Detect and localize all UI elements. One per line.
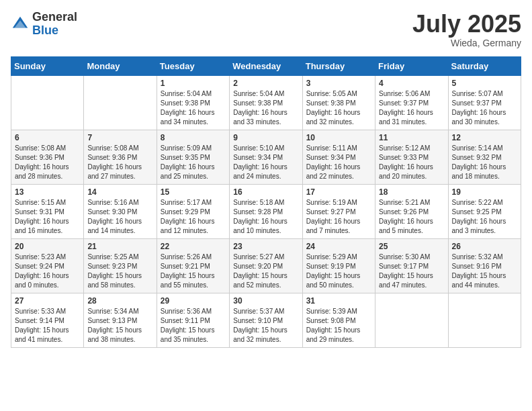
day-info: Sunrise: 5:04 AM Sunset: 9:38 PM Dayligh… — [161, 89, 226, 127]
logo-blue-text: Blue — [32, 24, 58, 37]
day-info: Sunrise: 5:29 AM Sunset: 9:19 PM Dayligh… — [306, 253, 371, 290]
calendar-cell: 3Sunrise: 5:05 AM Sunset: 9:38 PM Daylig… — [302, 75, 375, 130]
day-number: 28 — [87, 296, 152, 306]
calendar-week-row: 13Sunrise: 5:15 AM Sunset: 9:31 PM Dayli… — [11, 184, 521, 238]
calendar-cell: 28Sunrise: 5:34 AM Sunset: 9:13 PM Dayli… — [84, 293, 157, 347]
calendar-day-header: Monday — [84, 56, 157, 75]
day-number: 9 — [233, 133, 298, 142]
day-number: 4 — [379, 79, 444, 88]
calendar-cell: 5Sunrise: 5:07 AM Sunset: 9:37 PM Daylig… — [448, 75, 521, 130]
calendar-cell: 1Sunrise: 5:04 AM Sunset: 9:38 PM Daylig… — [157, 75, 229, 130]
day-info: Sunrise: 5:34 AM Sunset: 9:13 PM Dayligh… — [87, 307, 152, 345]
day-number: 15 — [161, 187, 226, 197]
day-number: 1 — [161, 79, 226, 88]
day-info: Sunrise: 5:30 AM Sunset: 9:17 PM Dayligh… — [379, 253, 444, 290]
calendar-cell: 24Sunrise: 5:29 AM Sunset: 9:19 PM Dayli… — [302, 238, 375, 293]
calendar-cell: 31Sunrise: 5:39 AM Sunset: 9:08 PM Dayli… — [302, 293, 375, 347]
day-info: Sunrise: 5:07 AM Sunset: 9:37 PM Dayligh… — [452, 89, 517, 127]
calendar-cell: 10Sunrise: 5:11 AM Sunset: 9:34 PM Dayli… — [302, 130, 375, 184]
calendar-cell: 21Sunrise: 5:25 AM Sunset: 9:23 PM Dayli… — [84, 238, 157, 293]
day-info: Sunrise: 5:15 AM Sunset: 9:31 PM Dayligh… — [15, 198, 80, 236]
calendar-cell: 8Sunrise: 5:09 AM Sunset: 9:35 PM Daylig… — [157, 130, 229, 184]
day-number: 14 — [87, 187, 152, 197]
calendar-cell: 7Sunrise: 5:08 AM Sunset: 9:36 PM Daylig… — [84, 130, 157, 184]
day-number: 17 — [306, 187, 371, 197]
calendar-day-header: Thursday — [302, 56, 375, 75]
day-number: 8 — [161, 133, 226, 142]
day-number: 30 — [233, 296, 298, 306]
calendar-cell: 30Sunrise: 5:37 AM Sunset: 9:10 PM Dayli… — [230, 293, 302, 347]
day-info: Sunrise: 5:09 AM Sunset: 9:35 PM Dayligh… — [161, 144, 226, 181]
calendar-cell — [11, 75, 84, 130]
month-title: July 2025 — [412, 11, 521, 38]
day-info: Sunrise: 5:26 AM Sunset: 9:21 PM Dayligh… — [161, 253, 226, 290]
calendar-cell: 15Sunrise: 5:17 AM Sunset: 9:29 PM Dayli… — [157, 184, 229, 238]
day-number: 20 — [15, 242, 80, 251]
calendar-day-header: Wednesday — [230, 56, 302, 75]
day-info: Sunrise: 5:22 AM Sunset: 9:25 PM Dayligh… — [452, 198, 517, 236]
calendar-week-row: 20Sunrise: 5:23 AM Sunset: 9:24 PM Dayli… — [11, 238, 521, 293]
day-info: Sunrise: 5:18 AM Sunset: 9:28 PM Dayligh… — [233, 198, 298, 236]
logo-icon — [11, 15, 30, 34]
day-number: 31 — [306, 296, 371, 306]
calendar-cell: 9Sunrise: 5:10 AM Sunset: 9:34 PM Daylig… — [230, 130, 302, 184]
day-number: 19 — [452, 187, 517, 197]
calendar-day-header: Sunday — [11, 56, 84, 75]
day-number: 18 — [379, 187, 444, 197]
day-number: 2 — [233, 79, 298, 88]
day-info: Sunrise: 5:10 AM Sunset: 9:34 PM Dayligh… — [233, 144, 298, 181]
day-info: Sunrise: 5:08 AM Sunset: 9:36 PM Dayligh… — [15, 144, 80, 181]
day-info: Sunrise: 5:33 AM Sunset: 9:14 PM Dayligh… — [15, 307, 80, 345]
calendar-day-header: Friday — [375, 56, 448, 75]
calendar-cell: 18Sunrise: 5:21 AM Sunset: 9:26 PM Dayli… — [375, 184, 448, 238]
day-number: 12 — [452, 133, 517, 142]
calendar-cell: 25Sunrise: 5:30 AM Sunset: 9:17 PM Dayli… — [375, 238, 448, 293]
calendar-cell — [375, 293, 448, 347]
calendar-cell: 29Sunrise: 5:36 AM Sunset: 9:11 PM Dayli… — [157, 293, 229, 347]
day-number: 27 — [15, 296, 80, 306]
day-info: Sunrise: 5:37 AM Sunset: 9:10 PM Dayligh… — [233, 307, 298, 345]
day-info: Sunrise: 5:04 AM Sunset: 9:38 PM Dayligh… — [233, 89, 298, 127]
calendar-cell: 27Sunrise: 5:33 AM Sunset: 9:14 PM Dayli… — [11, 293, 84, 347]
day-info: Sunrise: 5:11 AM Sunset: 9:34 PM Dayligh… — [306, 144, 371, 181]
calendar-cell: 6Sunrise: 5:08 AM Sunset: 9:36 PM Daylig… — [11, 130, 84, 184]
day-number: 13 — [15, 187, 80, 197]
day-number: 3 — [306, 79, 371, 88]
day-number: 7 — [87, 133, 152, 142]
day-number: 23 — [233, 242, 298, 251]
calendar-cell: 2Sunrise: 5:04 AM Sunset: 9:38 PM Daylig… — [230, 75, 302, 130]
calendar-cell — [84, 75, 157, 130]
logo-general-text: General — [32, 10, 77, 24]
calendar-day-header: Saturday — [448, 56, 521, 75]
day-info: Sunrise: 5:25 AM Sunset: 9:23 PM Dayligh… — [87, 253, 152, 290]
day-number: 16 — [233, 187, 298, 197]
calendar-day-header: Tuesday — [157, 56, 229, 75]
calendar-cell: 17Sunrise: 5:19 AM Sunset: 9:27 PM Dayli… — [302, 184, 375, 238]
calendar-week-row: 1Sunrise: 5:04 AM Sunset: 9:38 PM Daylig… — [11, 75, 521, 130]
calendar-cell: 22Sunrise: 5:26 AM Sunset: 9:21 PM Dayli… — [157, 238, 229, 293]
day-info: Sunrise: 5:12 AM Sunset: 9:33 PM Dayligh… — [379, 144, 444, 181]
day-info: Sunrise: 5:08 AM Sunset: 9:36 PM Dayligh… — [87, 144, 152, 181]
location: Wieda, Germany — [412, 38, 521, 48]
day-info: Sunrise: 5:21 AM Sunset: 9:26 PM Dayligh… — [379, 198, 444, 236]
calendar-week-row: 27Sunrise: 5:33 AM Sunset: 9:14 PM Dayli… — [11, 293, 521, 347]
day-number: 25 — [379, 242, 444, 251]
calendar-cell: 19Sunrise: 5:22 AM Sunset: 9:25 PM Dayli… — [448, 184, 521, 238]
day-info: Sunrise: 5:17 AM Sunset: 9:29 PM Dayligh… — [161, 198, 226, 236]
day-info: Sunrise: 5:19 AM Sunset: 9:27 PM Dayligh… — [306, 198, 371, 236]
calendar-cell: 16Sunrise: 5:18 AM Sunset: 9:28 PM Dayli… — [230, 184, 302, 238]
day-info: Sunrise: 5:14 AM Sunset: 9:32 PM Dayligh… — [452, 144, 517, 181]
calendar-week-row: 6Sunrise: 5:08 AM Sunset: 9:36 PM Daylig… — [11, 130, 521, 184]
calendar-cell: 23Sunrise: 5:27 AM Sunset: 9:20 PM Dayli… — [230, 238, 302, 293]
day-number: 29 — [161, 296, 226, 306]
day-info: Sunrise: 5:16 AM Sunset: 9:30 PM Dayligh… — [87, 198, 152, 236]
calendar-cell: 12Sunrise: 5:14 AM Sunset: 9:32 PM Dayli… — [448, 130, 521, 184]
day-number: 21 — [87, 242, 152, 251]
calendar-header-row: SundayMondayTuesdayWednesdayThursdayFrid… — [11, 56, 521, 75]
logo: General Blue — [11, 11, 77, 38]
day-info: Sunrise: 5:36 AM Sunset: 9:11 PM Dayligh… — [161, 307, 226, 345]
title-block: July 2025 Wieda, Germany — [412, 11, 521, 48]
day-info: Sunrise: 5:27 AM Sunset: 9:20 PM Dayligh… — [233, 253, 298, 290]
calendar-table: SundayMondayTuesdayWednesdayThursdayFrid… — [11, 56, 521, 348]
day-info: Sunrise: 5:23 AM Sunset: 9:24 PM Dayligh… — [15, 253, 80, 290]
